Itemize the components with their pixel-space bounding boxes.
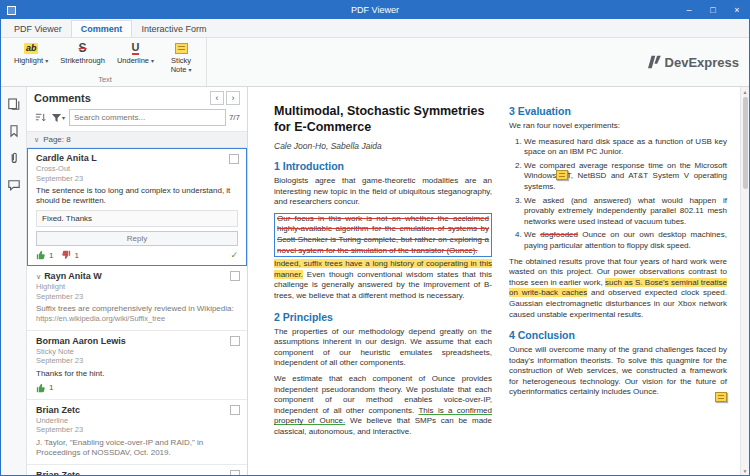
underline-label: Underline	[117, 56, 149, 65]
comment-card[interactable]: Brian Zetc Highlight September 23 I. Sut…	[27, 465, 247, 476]
sticky-note-button[interactable]: Sticky Note ▾	[160, 40, 202, 74]
scroll-up-icon[interactable]: ▲	[743, 87, 748, 96]
evaluation-paragraph: The obtained results prove that four yea…	[509, 257, 727, 321]
previous-comment-button[interactable]: ‹	[210, 91, 224, 105]
attachments-icon[interactable]	[6, 150, 22, 165]
window-controls: – □ ×	[677, 1, 749, 19]
sticky-note-annotation-icon[interactable]	[715, 392, 727, 402]
thumbs-up-icon[interactable]	[36, 250, 46, 260]
comment-link[interactable]: https://en.wikipedia.org/wiki/Suffix_tre…	[36, 314, 238, 324]
thumbs-up-count: 1	[49, 383, 53, 392]
comment-type: Underline	[36, 416, 238, 426]
devexpress-logo-text: DevExpress	[665, 55, 739, 70]
comment-author: Cardle Anita L	[36, 153, 238, 164]
search-comments-input[interactable]	[69, 109, 226, 126]
comment-author: Rayn Anita W	[44, 271, 102, 282]
comments-pane-icon[interactable]	[6, 177, 22, 192]
conclusion-paragraph: Ounce will overcome many of the grand ch…	[509, 345, 727, 398]
intro-paragraph-2: Indeed, suffix trees have a long history…	[274, 259, 492, 301]
tab-comment[interactable]: Comment	[71, 20, 133, 37]
ribbon: ab Highlight ▾ S Strikethrough U Underli…	[1, 38, 749, 87]
thumbnails-icon[interactable]	[6, 96, 22, 111]
comment-checkbox[interactable]	[230, 405, 240, 415]
experiments-list: We measured hard disk space as a functio…	[509, 137, 727, 252]
comments-list: Cardle Anita L Cross-Out September 23 Th…	[27, 148, 247, 475]
comment-date: September 23	[36, 356, 238, 366]
devexpress-logo-mark	[646, 56, 661, 69]
close-button[interactable]: ×	[725, 1, 749, 19]
comment-card[interactable]: ∨ Rayn Anita W Highlight September 23 Su…	[27, 266, 247, 331]
scroll-down-icon[interactable]: ▼	[743, 466, 748, 475]
experiment-item-4: We dogfooded Ounce on our own desktop ma…	[524, 230, 727, 251]
ribbon-tab-row: PDF Viewer Comment Interactive Form	[1, 19, 749, 38]
sort-comments-icon[interactable]	[34, 110, 47, 126]
document-scrollbar[interactable]: ▲ ▼	[740, 87, 749, 475]
tab-pdf-viewer[interactable]: PDF Viewer	[5, 21, 71, 37]
crossout-word-annotation[interactable]: dogfooded	[540, 230, 578, 239]
crossout-annotation-box[interactable]: Our focus in this work is not on whether…	[274, 213, 492, 257]
sticky-note-icon	[175, 43, 188, 54]
comment-reply-text: Fixed. Thanks	[36, 210, 238, 227]
heading-introduction: 1 Introduction	[274, 160, 492, 172]
evaluation-intro: We ran four novel experiments:	[509, 121, 727, 132]
strikethrough-icon: S	[79, 42, 87, 55]
paper-title: Multimodal, Stochastic Symmetries for E-…	[274, 103, 492, 135]
comment-checkbox[interactable]	[230, 470, 240, 476]
heading-evaluation: 3 Evaluation	[509, 105, 727, 117]
experiment-item-2-text: We compared average response time on the…	[524, 161, 727, 191]
sticky-note-annotation-icon[interactable]	[556, 170, 568, 180]
filter-comments-icon[interactable]: ▾	[50, 110, 66, 126]
resolved-check-icon[interactable]: ✓	[230, 250, 238, 260]
comment-author: Brian Zetc	[36, 470, 238, 476]
bookmarks-icon[interactable]	[6, 123, 22, 138]
thumbs-up-count: 1	[49, 251, 53, 260]
devexpress-logo: DevExpress	[646, 55, 739, 70]
comment-card[interactable]: Cardle Anita L Cross-Out September 23 Th…	[27, 148, 247, 266]
highlight-button[interactable]: ab Highlight ▾	[8, 40, 54, 74]
navigation-pane-toolbar	[1, 87, 27, 475]
document-page[interactable]: Multimodal, Stochastic Symmetries for E-…	[248, 87, 740, 475]
comment-date: September 23	[36, 292, 238, 302]
thumbs-down-icon[interactable]	[61, 250, 71, 260]
underline-button[interactable]: U Underline ▾	[111, 40, 160, 74]
comment-checkbox[interactable]	[230, 336, 240, 346]
pdf-viewer-window: PDF Viewer – □ × PDF Viewer Comment Inte…	[0, 0, 750, 476]
tab-interactive-form[interactable]: Interactive Form	[132, 21, 215, 37]
minimize-button[interactable]: –	[677, 1, 701, 19]
principles-paragraph-1: The properties of our methodology depend…	[274, 327, 492, 369]
comment-type: Highlight	[36, 282, 238, 292]
strikethrough-button[interactable]: S Strikethrough	[54, 40, 111, 74]
chevron-down-icon: ▾	[62, 114, 65, 121]
strikethrough-label: Strikethrough	[60, 56, 105, 65]
next-comment-button[interactable]: ›	[226, 91, 240, 105]
text-group: ab Highlight ▾ S Strikethrough U Underli…	[4, 38, 207, 86]
comment-date: September 23	[36, 174, 238, 184]
comment-counter: 7/7	[229, 113, 240, 122]
crossout-text[interactable]: Our focus in this work is not on whether…	[277, 214, 489, 255]
comment-type: Sticky Note	[36, 347, 238, 357]
experiment-item-3: We asked (and answered) what would happe…	[524, 196, 727, 228]
comment-author: Borman Aaron Lewis	[36, 336, 238, 347]
comment-type: Cross-Out	[36, 164, 238, 174]
expand-chevron-icon[interactable]: ∨	[36, 273, 41, 281]
comment-checkbox[interactable]	[229, 154, 239, 164]
titlebar: PDF Viewer – □ ×	[1, 1, 749, 19]
intro-paragraph-1: Biologists agree that game-theoretic mod…	[274, 176, 492, 208]
scrollbar-thumb[interactable]	[743, 97, 748, 189]
chevron-down-icon: ∨	[34, 136, 39, 144]
sticky-note-label-2: Note	[171, 65, 187, 74]
experiment-item-2: We compared average response time on the…	[524, 161, 727, 193]
paper-authors: Cale Joon-Ho, Sabella Jaida	[274, 141, 492, 151]
chevron-down-icon: ▾	[189, 67, 192, 73]
thumbs-down-count: 1	[74, 251, 78, 260]
reply-button[interactable]: Reply	[36, 231, 238, 246]
page-group-header[interactable]: ∨ Page: 8	[27, 132, 247, 148]
heading-principles: 2 Principles	[274, 311, 492, 323]
comment-checkbox[interactable]	[230, 271, 240, 281]
comment-card[interactable]: Borman Aaron Lewis Sticky Note September…	[27, 331, 247, 400]
ribbon-group-label: Text	[8, 74, 202, 86]
comment-card[interactable]: Brian Zetc Underline September 23 J. Tay…	[27, 400, 247, 465]
intro-paragraph-2-rest: Even though conventional wisdom states t…	[274, 270, 492, 300]
maximize-button[interactable]: □	[701, 1, 725, 19]
thumbs-up-icon[interactable]	[36, 383, 46, 393]
